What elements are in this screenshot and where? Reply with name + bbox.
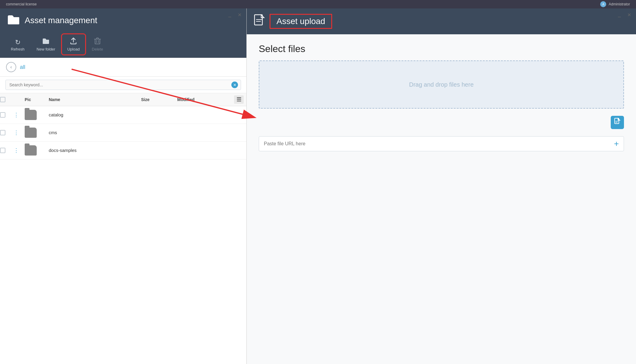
right-panel-window-controls: ⎯ ✕ — [616, 11, 632, 18]
toolbar: ↻ Refresh New folder Upload — [0, 32, 246, 58]
minimize-button[interactable]: ⎯ — [227, 11, 233, 18]
left-panel-header: Asset management — [0, 8, 246, 32]
new-folder-label: New folder — [37, 47, 55, 51]
table-row[interactable]: ⋮ cms — [0, 124, 246, 142]
row-pic — [22, 110, 46, 120]
svg-rect-0 — [95, 39, 100, 44]
left-panel-window-controls: ⎯ ✕ — [227, 11, 243, 18]
brand-label: commercial license — [6, 0, 37, 8]
header-check — [0, 97, 11, 102]
header-modified: Modified — [177, 97, 231, 102]
refresh-label: Refresh — [11, 47, 25, 51]
row-checkbox[interactable] — [0, 148, 5, 153]
row-name: cms — [46, 130, 141, 135]
search-input[interactable] — [5, 80, 241, 90]
row-name-text: cms — [49, 130, 57, 135]
upload-icon — [69, 37, 77, 46]
back-button[interactable]: ‹ — [6, 62, 16, 72]
folder-icon — [25, 128, 37, 138]
table-row[interactable]: ⋮ docs-samples — [0, 142, 246, 159]
close-button[interactable]: ✕ — [236, 11, 243, 18]
row-name-text: docs-samples — [49, 148, 77, 153]
right-close-button[interactable]: ✕ — [626, 11, 632, 18]
right-content: Select files Drag and drop files here — [247, 34, 636, 364]
url-input-row: + — [259, 136, 624, 151]
row-pic — [22, 128, 46, 138]
right-panel: ⎯ ✕ Asset upload Select files Drag and d… — [247, 8, 636, 364]
url-add-button[interactable]: + — [610, 138, 622, 150]
header-size: Size — [141, 97, 177, 102]
row-check — [0, 130, 11, 135]
right-minimize-button[interactable]: ⎯ — [616, 11, 623, 18]
row-context-icon[interactable]: ⋮ — [14, 130, 19, 136]
upload-label: Upload — [67, 47, 80, 51]
row-check — [0, 148, 11, 153]
file-select-row — [259, 113, 624, 131]
search-input-wrap: ✕ — [5, 80, 241, 90]
left-panel-title: Asset management — [25, 16, 97, 25]
new-folder-button[interactable]: New folder — [32, 35, 60, 54]
right-panel-title: Asset upload — [270, 14, 332, 29]
folder-icon — [7, 14, 20, 27]
select-all-checkbox[interactable] — [0, 97, 5, 102]
refresh-button[interactable]: ↻ Refresh — [6, 37, 29, 54]
user-avatar: A — [600, 1, 606, 7]
breadcrumb-bar: ‹ all — [0, 58, 246, 77]
url-input[interactable] — [264, 139, 610, 149]
row-check — [0, 112, 11, 118]
row-dots[interactable]: ⋮ — [11, 112, 22, 118]
search-bar: ✕ — [0, 77, 246, 93]
new-folder-icon — [42, 38, 50, 46]
search-clear-button[interactable]: ✕ — [231, 82, 238, 88]
file-pick-icon — [614, 118, 621, 127]
table-header: Pic Name Size Modified ☰ — [0, 93, 246, 106]
panels-container: ⎯ ✕ Asset management ↻ Refresh — [0, 8, 636, 364]
row-checkbox[interactable] — [0, 112, 5, 118]
row-context-icon[interactable]: ⋮ — [14, 147, 19, 153]
user-info: A Administrator — [600, 1, 630, 7]
breadcrumb: all — [20, 64, 25, 70]
content-area: ‹ all ✕ Pic Name Size Modified — [0, 58, 246, 364]
header-name: Name — [46, 97, 141, 102]
folder-icon — [25, 110, 37, 120]
row-pic — [22, 145, 46, 156]
row-checkbox[interactable] — [0, 130, 5, 135]
left-panel: ⎯ ✕ Asset management ↻ Refresh — [0, 8, 247, 364]
table-row[interactable]: ⋮ catalog — [0, 106, 246, 124]
row-context-icon[interactable]: ⋮ — [14, 112, 19, 118]
drop-zone[interactable]: Drag and drop files here — [259, 60, 624, 109]
delete-button[interactable]: Delete — [87, 35, 108, 54]
table-menu-icon[interactable]: ☰ — [234, 95, 244, 104]
header-menu: ☰ — [231, 96, 246, 103]
select-files-title: Select files — [259, 43, 624, 54]
row-name: catalog — [46, 112, 141, 118]
right-panel-header: Asset upload — [247, 8, 636, 34]
delete-icon — [94, 37, 101, 46]
document-icon — [254, 14, 265, 29]
username-label: Administrator — [609, 2, 630, 6]
file-table: ⋮ catalog — [0, 106, 246, 364]
row-name: docs-samples — [46, 148, 141, 153]
top-bar: commercial license A Administrator — [0, 0, 636, 8]
drop-zone-text: Drag and drop files here — [409, 81, 474, 88]
header-pic: Pic — [22, 97, 46, 102]
file-pick-button[interactable] — [611, 116, 624, 129]
row-dots[interactable]: ⋮ — [11, 129, 22, 136]
refresh-icon: ↻ — [15, 39, 20, 46]
upload-button[interactable]: Upload — [63, 35, 85, 54]
row-dots[interactable]: ⋮ — [11, 147, 22, 154]
row-name-text: catalog — [49, 112, 63, 117]
folder-icon — [25, 145, 37, 156]
delete-label: Delete — [92, 47, 103, 51]
plus-icon: + — [614, 139, 619, 149]
